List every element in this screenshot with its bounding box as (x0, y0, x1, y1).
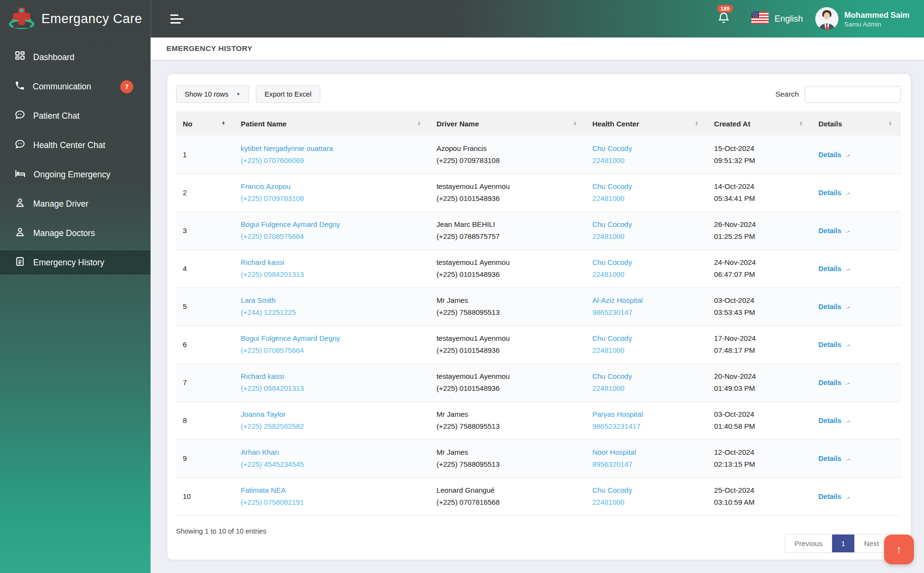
health-center-link[interactable]: Chu Cocody (592, 334, 632, 343)
health-center-phone-link[interactable]: 22481000 (592, 194, 624, 203)
row-number: 10 (176, 477, 234, 515)
health-center-phone-link[interactable]: 22481000 (592, 270, 624, 279)
health-center-phone-link[interactable]: 22481000 (592, 346, 624, 355)
created-time: 01:49:03 PM (714, 384, 805, 393)
details-link[interactable]: Details→ (819, 188, 851, 197)
health-center-link[interactable]: Chu Cocody (592, 372, 632, 381)
patient-phone-link[interactable]: (+225) 0758082191 (241, 498, 304, 507)
export-to-excel-button[interactable]: Export to Excel (256, 86, 320, 103)
driver-phone: (+225) 0707816568 (436, 498, 579, 507)
column-header-created-at[interactable]: Created At▲▼ (708, 112, 812, 136)
patient-name-link[interactable]: kytibet Nergadynnie ouattara (241, 144, 333, 153)
column-header-driver-name[interactable]: Driver Name▲▼ (430, 112, 585, 136)
column-header-health-center[interactable]: Health Center▲▼ (585, 112, 707, 136)
person-icon (14, 226, 25, 240)
search-input[interactable] (805, 86, 901, 103)
patient-phone-link[interactable]: (+225) 0584201313 (241, 270, 304, 279)
driver-name: testayemou1 Ayenmou (436, 258, 579, 267)
health-center-link[interactable]: Chu Cocody (592, 486, 632, 495)
patient-phone-link[interactable]: (+225) 0708575664 (241, 232, 304, 241)
column-label: Health Center (592, 120, 639, 128)
details-link[interactable]: Details→ (819, 416, 851, 424)
health-center-phone-link[interactable]: 22481000 (592, 232, 624, 241)
sidebar-toggle-icon[interactable] (170, 14, 184, 24)
patient-name-link[interactable]: Arhan Khan (241, 448, 279, 457)
arrow-right-icon: → (843, 377, 852, 387)
patient-name-link[interactable]: Richard kassi (241, 258, 284, 267)
health-center-link[interactable]: Paryas Hospital (592, 410, 643, 419)
patient-name-link[interactable]: Francis Azopou (241, 182, 291, 191)
current-page-button[interactable]: 1 (832, 535, 854, 552)
showing-entries-text: Showing 1 to 10 of 10 entries (176, 527, 266, 535)
patient-name-link[interactable]: Lara Smith (241, 296, 276, 305)
health-center-phone-link[interactable]: 22481000 (592, 498, 624, 507)
patient-name-link[interactable]: Richard kassi (241, 372, 284, 381)
health-center-phone-link[interactable]: 8956320147 (592, 460, 632, 469)
health-center-link[interactable]: Al-Aziz Hospital (592, 296, 643, 305)
patient-phone-link[interactable]: (+225) 0708575664 (241, 346, 304, 355)
previous-page-button[interactable]: Previous (785, 535, 831, 552)
patient-phone-link[interactable]: (+225) 4545234545 (241, 460, 304, 469)
patient-name-link[interactable]: Bogui Fulgence Aymard Degny (241, 220, 341, 229)
sidebar-item-label: Communication (33, 82, 91, 92)
notifications-button[interactable]: 189 (717, 12, 730, 26)
health-center-link[interactable]: Chu Cocody (592, 144, 632, 153)
sidebar-item-manage-doctors[interactable]: Manage Doctors (0, 221, 151, 245)
scroll-to-top-button[interactable]: ↑ (884, 535, 914, 564)
sidebar-item-health-center-chat[interactable]: Health Center Chat (0, 133, 151, 157)
health-center-link[interactable]: Chu Cocody (592, 220, 632, 229)
column-header-no[interactable]: No▲▼ (176, 112, 234, 136)
sidebar-item-emergency-history[interactable]: Emergency History (0, 250, 151, 274)
created-date: 20-Nov-2024 (714, 372, 805, 381)
main-content: Show 10 rows ▼ Export to Excel Search No… (151, 60, 924, 573)
health-center-phone-link[interactable]: 22481000 (592, 384, 624, 393)
health-center-phone-link[interactable]: 986523231417 (592, 422, 640, 431)
brand[interactable]: Emergancy Care (0, 0, 151, 37)
language-selector[interactable]: English (751, 12, 803, 26)
details-link[interactable]: Details→ (819, 302, 851, 311)
sidebar-item-communication[interactable]: Communication 7 (0, 75, 151, 99)
created-time: 07:48:17 PM (714, 346, 805, 355)
details-link[interactable]: Details→ (819, 454, 851, 462)
next-page-button[interactable]: Next (854, 535, 888, 552)
sidebar-item-ongoing-emergency[interactable]: Ongoing Emergency (0, 162, 151, 187)
sort-icon: ▲▼ (695, 121, 698, 125)
details-link[interactable]: Details→ (819, 378, 851, 386)
health-center-phone-link[interactable]: 22481000 (592, 156, 624, 165)
sidebar-item-dashboard[interactable]: Dashboard (0, 45, 151, 69)
table-footer: Showing 1 to 10 of 10 entries Previous 1… (176, 515, 901, 553)
table-row: 2 Francis Azopou(+225) 0709783108 testay… (176, 174, 901, 212)
patient-name-link[interactable]: Fatimata NEA (241, 486, 286, 495)
details-link[interactable]: Details→ (819, 226, 851, 235)
health-center-link[interactable]: Noor Hospital (592, 448, 636, 457)
patient-phone-link[interactable]: (+225) 0709783108 (241, 194, 304, 203)
driver-name: Jean Marc BEHILI (436, 220, 579, 229)
driver-phone: (+225) 0709783108 (436, 156, 579, 165)
patient-phone-link[interactable]: (+244) 12251225 (241, 308, 296, 317)
show-rows-dropdown[interactable]: Show 10 rows ▼ (176, 86, 249, 103)
sort-icon: ▲▼ (799, 121, 803, 125)
patient-name-link[interactable]: Bogui Fulgence Aymard Degny (241, 334, 341, 343)
sidebar-item-patient-chat[interactable]: Patient Chat (0, 104, 151, 128)
details-link[interactable]: Details→ (819, 340, 851, 349)
patient-phone-link[interactable]: (+225) 2582582582 (241, 422, 304, 431)
sidebar-item-manage-driver[interactable]: Manage Driver (0, 192, 151, 216)
patient-phone-link[interactable]: (+225) 0584201313 (241, 384, 304, 393)
details-link[interactable]: Details→ (819, 150, 851, 159)
health-center-link[interactable]: Chu Cocody (592, 258, 632, 267)
details-link[interactable]: Details→ (819, 493, 851, 501)
user-menu[interactable]: Mohammed Saim Samu Admin (815, 7, 910, 30)
row-number: 6 (176, 325, 234, 363)
patient-name-link[interactable]: Joanna Taylor (241, 410, 286, 419)
sidebar-item-label: Health Center Chat (33, 140, 105, 150)
column-header-patient-name[interactable]: Patient Name▲▼ (234, 112, 430, 136)
column-header-details[interactable]: Details▲▼ (812, 112, 901, 136)
row-number: 5 (176, 287, 234, 325)
details-link[interactable]: Details→ (819, 264, 851, 273)
bell-icon (717, 18, 730, 26)
arrow-right-icon: → (843, 149, 852, 160)
health-center-link[interactable]: Chu Cocody (592, 182, 632, 191)
health-center-phone-link[interactable]: 9865230147 (592, 308, 632, 317)
driver-name: Leonard Gnangué (436, 486, 579, 495)
patient-phone-link[interactable]: (+225) 0707606069 (241, 156, 304, 165)
